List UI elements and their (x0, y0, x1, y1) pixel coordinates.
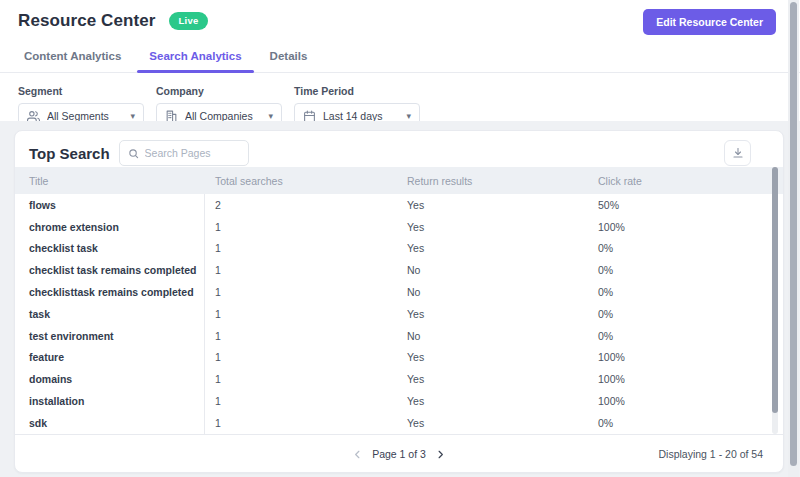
table-header-row: Title Total searches Return results Clic… (15, 167, 783, 194)
cell-click-rate: 100% (588, 221, 783, 233)
time-period-filter-label: Time Period (294, 85, 420, 97)
company-filter-label: Company (156, 85, 282, 97)
card-header: Top Search (15, 131, 783, 167)
chevron-down-icon: ▾ (406, 111, 411, 121)
cell-total-searches: 1 (205, 221, 397, 233)
table-row[interactable]: installation 1 Yes 100% (15, 390, 783, 412)
page-indicator: Page 1 of 3 (372, 448, 426, 460)
table-row[interactable]: checklist task remains completed 1 No 0% (15, 259, 783, 281)
cell-return-results: No (397, 264, 588, 276)
edit-resource-center-button[interactable]: Edit Resource Center (643, 9, 776, 35)
cell-title: checklist task remains completed (15, 259, 205, 281)
cell-total-searches: 1 (205, 286, 397, 298)
cell-click-rate: 0% (588, 242, 783, 254)
cell-return-results: Yes (397, 199, 588, 211)
cell-total-searches: 1 (205, 330, 397, 342)
top-search-card: Top Search Title Total searches Return r… (14, 130, 784, 473)
cell-click-rate: 100% (588, 351, 783, 363)
search-box (119, 140, 249, 166)
cell-return-results: Yes (397, 221, 588, 233)
displaying-count: Displaying 1 - 20 of 54 (659, 448, 763, 460)
cell-return-results: Yes (397, 395, 588, 407)
cell-click-rate: 100% (588, 395, 783, 407)
chevron-right-icon[interactable] (435, 449, 446, 460)
cell-click-rate: 0% (588, 286, 783, 298)
cell-return-results: Yes (397, 373, 588, 385)
table-row[interactable]: checklisttask remains completed 1 No 0% (15, 281, 783, 303)
cell-total-searches: 1 (205, 351, 397, 363)
cell-total-searches: 1 (205, 308, 397, 320)
cell-return-results: Yes (397, 308, 588, 320)
chevron-left-icon[interactable] (352, 449, 363, 460)
tab-content-analytics[interactable]: Content Analytics (10, 41, 135, 72)
table-row[interactable]: chrome extension 1 Yes 100% (15, 216, 783, 238)
table-row[interactable]: feature 1 Yes 100% (15, 347, 783, 369)
cell-total-searches: 2 (205, 199, 397, 211)
cell-click-rate: 50% (588, 199, 783, 211)
column-header-return-results: Return results (397, 175, 588, 187)
page-title: Resource Center (18, 11, 156, 31)
cell-title: task (15, 303, 205, 325)
cell-title: chrome extension (15, 216, 205, 238)
cell-title: checklist task (15, 238, 205, 260)
search-icon (128, 148, 139, 159)
column-header-title: Title (15, 175, 205, 187)
resource-center-page: Resource Center Live Edit Resource Cente… (0, 0, 800, 477)
table-row[interactable]: checklist task 1 Yes 0% (15, 238, 783, 260)
cell-title: domains (15, 368, 205, 390)
download-icon (732, 147, 744, 159)
cell-click-rate: 0% (588, 330, 783, 342)
column-header-total-searches: Total searches (205, 175, 397, 187)
table-row[interactable]: test environment 1 No 0% (15, 325, 783, 347)
cell-return-results: No (397, 330, 588, 342)
cell-return-results: No (397, 286, 588, 298)
cell-title: sdk (15, 412, 205, 434)
page-scrollbar-thumb[interactable] (790, 2, 797, 466)
download-button[interactable] (724, 140, 751, 166)
card-title: Top Search (29, 145, 110, 162)
column-header-click-rate: Click rate (588, 175, 783, 187)
cell-title: feature (15, 347, 205, 369)
chevron-down-icon: ▾ (268, 111, 273, 121)
cell-click-rate: 100% (588, 373, 783, 385)
table-body: flows 2 Yes 50% chrome extension 1 Yes 1… (15, 194, 783, 435)
pagination-bar: Page 1 of 3 Displaying 1 - 20 of 54 (15, 435, 783, 473)
table-row[interactable]: flows 2 Yes 50% (15, 194, 783, 216)
page-scrollbar[interactable] (788, 0, 799, 477)
table-row[interactable]: task 1 Yes 0% (15, 303, 783, 325)
cell-total-searches: 1 (205, 264, 397, 276)
status-badge: Live (169, 12, 209, 30)
tab-details[interactable]: Details (256, 41, 322, 72)
cell-click-rate: 0% (588, 417, 783, 429)
content-section: Top Search Title Total searches Return r… (0, 121, 800, 477)
pager: Page 1 of 3 (352, 448, 446, 460)
cell-click-rate: 0% (588, 264, 783, 276)
cell-return-results: Yes (397, 242, 588, 254)
cell-click-rate: 0% (588, 308, 783, 320)
cell-title: installation (15, 390, 205, 412)
table-row[interactable]: domains 1 Yes 100% (15, 368, 783, 390)
table-scrollbar[interactable] (772, 167, 778, 434)
search-input[interactable] (145, 147, 240, 159)
cell-return-results: Yes (397, 351, 588, 363)
cell-total-searches: 1 (205, 417, 397, 429)
cell-title: checklisttask remains completed (15, 281, 205, 303)
cell-total-searches: 1 (205, 242, 397, 254)
chevron-down-icon: ▾ (130, 111, 135, 121)
table-scrollbar-thumb[interactable] (772, 167, 778, 413)
cell-title: flows (15, 194, 205, 216)
tab-bar: Content Analytics Search Analytics Detai… (0, 41, 800, 73)
cell-total-searches: 1 (205, 395, 397, 407)
segment-filter-label: Segment (18, 85, 144, 97)
tab-search-analytics[interactable]: Search Analytics (135, 41, 255, 72)
cell-title: test environment (15, 325, 205, 347)
cell-total-searches: 1 (205, 373, 397, 385)
cell-return-results: Yes (397, 417, 588, 429)
table-row[interactable]: sdk 1 Yes 0% (15, 412, 783, 434)
